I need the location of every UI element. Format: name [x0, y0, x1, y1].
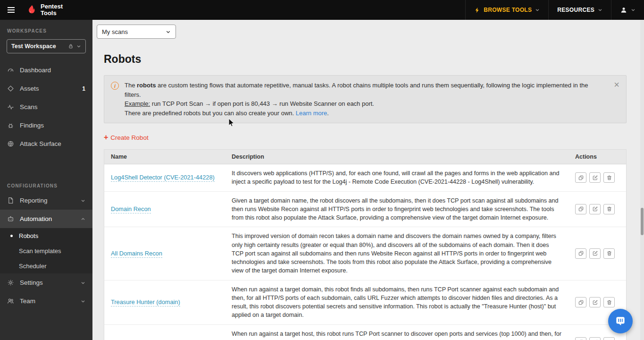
edit-robot-button[interactable]: [589, 248, 601, 259]
workspace-name: Test Workspace: [11, 43, 56, 50]
lightning-icon: [474, 7, 480, 13]
menu-icon[interactable]: [0, 0, 22, 20]
sidebar-item-dashboard[interactable]: Dashboard: [0, 61, 92, 79]
chevron-down-icon: [598, 8, 602, 12]
chat-widget-button[interactable]: [608, 309, 633, 333]
duplicate-robot-button[interactable]: [575, 337, 586, 340]
sidebar-item-settings[interactable]: Settings: [0, 273, 92, 292]
delete-robot-button[interactable]: [603, 204, 615, 214]
table-row: Treasure Hunter (domain)When run against…: [104, 280, 626, 325]
chevron-down-icon: [535, 8, 540, 12]
edit-robot-button[interactable]: [589, 337, 601, 340]
configurations-section-label: CONFIGURATIONS: [0, 183, 92, 188]
brand-logo[interactable]: Pentest Tools: [22, 0, 67, 20]
team-icon: [7, 298, 14, 305]
robot-actions: [569, 192, 626, 227]
browse-tools-label: BROWSE TOOLS: [484, 7, 532, 13]
automation-submenu: Robots Scan templates Scheduler: [0, 228, 92, 273]
topbar-right: BROWSE TOOLS RESOURCES: [465, 0, 644, 20]
learn-more-link[interactable]: Learn more: [296, 110, 327, 117]
table-row: Domain ReconGiven a target domain name, …: [104, 192, 626, 228]
edit-robot-button[interactable]: [589, 204, 601, 214]
table-row: All Domains ReconThis improved version o…: [104, 227, 626, 280]
gear-icon: [7, 279, 14, 286]
robot-name-link[interactable]: All Domains Recon: [111, 249, 162, 258]
header-actions: Actions: [569, 150, 626, 164]
plus-icon: +: [104, 134, 108, 141]
robot-description: When run against a target host, this rob…: [225, 325, 569, 340]
duplicate-robot-button[interactable]: [575, 204, 586, 214]
sidebar: WORKSPACES Test Workspace Dashboard Asse…: [0, 20, 92, 340]
robot-description: Given a target domain name, the robot di…: [225, 192, 569, 227]
sidebar-item-automation[interactable]: Automation: [0, 210, 92, 228]
report-icon: [7, 197, 14, 204]
main-content: My scans Robots i The robots are custom …: [92, 20, 644, 340]
robots-table: Name Description Actions Log4Shell Detec…: [104, 149, 627, 340]
sidebar-item-scan-templates[interactable]: Scan templates: [0, 243, 92, 258]
sidebar-nav: Dashboard Assets 1 Scans Findings: [0, 61, 92, 310]
edit-robot-button[interactable]: [589, 172, 601, 183]
robot-name-cell: Domain Recon: [104, 192, 225, 227]
delete-robot-button[interactable]: [603, 297, 615, 307]
scrollbar-track[interactable]: [640, 20, 644, 340]
chevron-down-icon: [81, 299, 85, 304]
page-title: Robots: [104, 53, 627, 66]
robot-description: When run against a target domain, this r…: [225, 280, 569, 324]
brand-name: Pentest Tools: [41, 3, 63, 16]
my-scans-select-value: My scans: [102, 28, 128, 35]
robot-description: This improved version of domain recon ta…: [225, 227, 569, 280]
topbar: Pentest Tools BROWSE TOOLS RESOURCES: [0, 0, 644, 20]
close-icon[interactable]: ×: [614, 80, 619, 89]
robot-name-link[interactable]: Treasure Hunter (domain): [111, 298, 180, 306]
scans-icon: [7, 103, 14, 110]
robot-actions: [569, 164, 626, 191]
sidebar-item-assets[interactable]: Assets 1: [0, 79, 92, 98]
bug-icon: [7, 122, 14, 129]
delete-robot-button[interactable]: [603, 337, 615, 340]
table-row: Log4Shell Detector (CVE-2021-44228)It di…: [104, 164, 626, 192]
chevron-down-icon: [81, 280, 85, 285]
robot-name-cell: Log4Shell Detector (CVE-2021-44228): [104, 164, 225, 191]
workspaces-section-label: WORKSPACES: [0, 28, 92, 34]
flame-icon: [26, 4, 37, 16]
chevron-down-icon: [81, 198, 85, 203]
active-dot: [10, 235, 13, 237]
robot-name-link[interactable]: Log4Shell Detector (CVE-2021-44228): [111, 173, 215, 182]
workspace-selector[interactable]: Test Workspace: [7, 39, 86, 53]
user-icon: [620, 6, 627, 14]
assets-count-badge: 1: [82, 85, 85, 92]
sidebar-item-scans[interactable]: Scans: [0, 98, 92, 116]
robot-name-cell: Treasure Hunter (host): [104, 325, 225, 340]
sidebar-item-findings[interactable]: Findings: [0, 116, 92, 135]
delete-robot-button[interactable]: [603, 172, 615, 183]
edit-robot-button[interactable]: [589, 297, 601, 307]
duplicate-robot-button[interactable]: [575, 297, 586, 307]
chevron-down-icon: [76, 44, 81, 49]
resources-menu[interactable]: RESOURCES: [548, 0, 611, 20]
sidebar-item-team[interactable]: Team: [0, 292, 92, 310]
create-robot-button[interactable]: + Create Robot: [104, 134, 149, 141]
lock-icon: [68, 43, 74, 49]
info-banner: i The robots are custom testing flows th…: [104, 75, 627, 123]
resources-label: RESOURCES: [557, 7, 594, 13]
my-scans-select[interactable]: My scans: [97, 25, 176, 39]
sidebar-item-attack-surface[interactable]: Attack Surface: [0, 135, 92, 153]
sidebar-item-scheduler[interactable]: Scheduler: [0, 258, 92, 273]
info-icon: i: [111, 82, 119, 90]
duplicate-robot-button[interactable]: [575, 248, 586, 259]
browse-tools-menu[interactable]: BROWSE TOOLS: [465, 0, 548, 20]
robot-name-link[interactable]: Domain Recon: [111, 205, 151, 213]
robot-name-cell: Treasure Hunter (domain): [104, 280, 225, 324]
robot-description: It discovers web applications (HTTP/S) a…: [225, 164, 569, 191]
duplicate-robot-button[interactable]: [575, 172, 586, 183]
account-menu[interactable]: [611, 0, 644, 20]
globe-icon: [7, 140, 14, 147]
sidebar-item-reporting[interactable]: Reporting: [0, 191, 92, 210]
sidebar-item-robots[interactable]: Robots: [0, 228, 92, 243]
robot-name-link[interactable]: Treasure Hunter (host): [111, 338, 172, 340]
delete-robot-button[interactable]: [603, 248, 615, 259]
chevron-down-icon: [166, 29, 171, 34]
table-header-row: Name Description Actions: [104, 150, 626, 164]
app-window: Pentest Tools BROWSE TOOLS RESOURCES: [0, 0, 644, 340]
scrollbar-thumb[interactable]: [641, 208, 644, 235]
